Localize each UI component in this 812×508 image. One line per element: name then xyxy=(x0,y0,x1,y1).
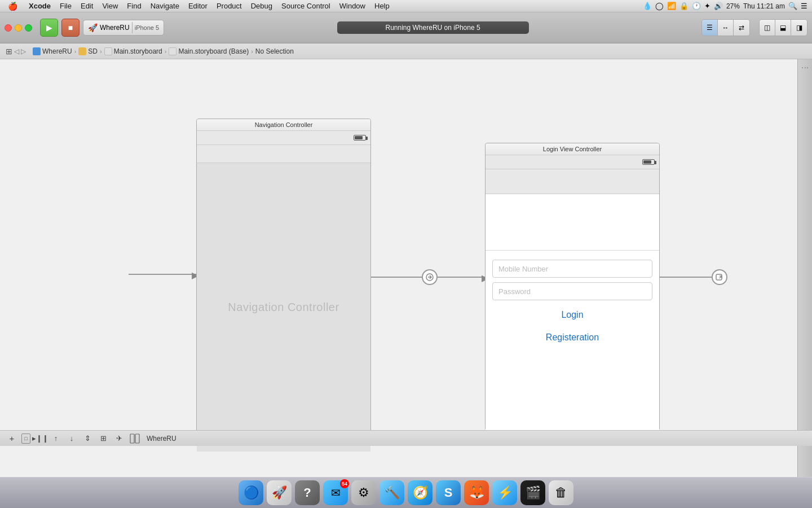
menu-editor[interactable]: Editor xyxy=(185,2,211,10)
clock: Thu 11:21 am xyxy=(743,2,785,10)
project-icon xyxy=(33,47,41,55)
status-bar: Running WhereRU on iPhone 5 xyxy=(167,21,698,34)
login-bottom-content xyxy=(486,357,659,442)
run-button[interactable]: ▶ xyxy=(40,19,58,37)
login-controller-title: Login View Controller xyxy=(486,143,659,155)
maximize-button[interactable] xyxy=(25,24,32,32)
svg-rect-3 xyxy=(135,434,139,443)
scheme-name: WhereRU xyxy=(100,24,130,32)
version-editor-button[interactable]: ⇄ xyxy=(734,20,749,36)
show-navigator-icon[interactable]: ⊞ xyxy=(6,47,12,56)
push-segue-icon xyxy=(712,269,727,285)
storyboard-icon xyxy=(104,47,112,55)
storyboard-base-icon xyxy=(169,47,176,55)
breadcrumb-project[interactable]: WhereRU xyxy=(33,47,72,55)
registration-button[interactable]: Registeration xyxy=(492,327,652,348)
device-name: iPhone 5 xyxy=(135,24,159,31)
menu-source-control[interactable]: Source Control xyxy=(278,2,334,10)
add-button[interactable]: + xyxy=(6,432,18,445)
right-panel-resizer[interactable]: ⋮ xyxy=(797,59,812,477)
menu-debug[interactable]: Debug xyxy=(248,2,276,10)
scheme-selector[interactable]: 🚀 WhereRU iPhone 5 xyxy=(83,20,164,36)
dock-media-player[interactable]: 🎬 xyxy=(520,480,545,505)
nav-controller-label: Navigation Controller xyxy=(228,301,339,314)
breadcrumb-sep-3: › xyxy=(165,48,167,55)
send-button[interactable]: ✈ xyxy=(113,432,125,445)
menu-file[interactable]: File xyxy=(56,2,75,10)
segue-line-2 xyxy=(438,277,486,278)
breadcrumb-sep-4: › xyxy=(251,48,253,55)
navigator-toggle-button[interactable]: ◫ xyxy=(760,20,775,36)
document-icon: □ xyxy=(21,433,30,444)
push-segue-line xyxy=(660,277,716,278)
dock-skype[interactable]: S xyxy=(436,480,461,505)
dropbox-icon: 💧 xyxy=(643,2,652,10)
nav-status-bar xyxy=(197,131,370,145)
spotlight-icon[interactable]: 🔍 xyxy=(788,2,797,10)
menu-xcode[interactable]: Xcode xyxy=(25,2,54,10)
standard-editor-button[interactable]: ☰ xyxy=(702,20,718,36)
menu-view[interactable]: View xyxy=(99,2,121,10)
dock-trash[interactable]: 🗑 xyxy=(549,480,573,505)
window-controls xyxy=(5,24,32,32)
mobile-number-field[interactable]: Mobile Number xyxy=(492,260,652,278)
menu-window[interactable]: Window xyxy=(336,2,369,10)
menu-product[interactable]: Product xyxy=(213,2,245,10)
debug-toggle-button[interactable]: ⬓ xyxy=(775,20,791,36)
menu-find[interactable]: Find xyxy=(123,2,144,10)
dock-firefox[interactable]: 🦊 xyxy=(464,480,489,505)
inspector-toggle-button[interactable]: ◨ xyxy=(791,20,807,36)
svg-rect-2 xyxy=(130,434,134,443)
lock-icon: 🔒 xyxy=(679,2,689,10)
minimize-button[interactable] xyxy=(15,24,22,32)
folder-icon xyxy=(78,47,86,55)
nav-forward-button[interactable]: ▷ xyxy=(21,47,26,55)
dock-system-preferences[interactable]: ⚙ xyxy=(351,480,376,505)
dock-help[interactable]: ? xyxy=(295,480,320,505)
apple-menu[interactable]: 🍎 xyxy=(5,2,21,11)
login-status-bar xyxy=(486,155,659,169)
dock-finder[interactable]: 🔵 xyxy=(239,480,263,505)
dock-safari[interactable]: 🧭 xyxy=(408,480,433,505)
breadcrumb-selection: No Selection xyxy=(255,47,294,55)
control-strip-icon[interactable]: ☰ xyxy=(801,2,807,10)
storyboard-icon-bottom xyxy=(129,432,141,445)
menu-edit[interactable]: Edit xyxy=(77,2,96,10)
filter-button[interactable]: ▸❙❙ xyxy=(34,432,46,445)
dock-xcode[interactable]: 🔨 xyxy=(379,480,404,505)
breadcrumb-bar: ⊞ ◁ ▷ WhereRU › SD › Main.storyboard › M… xyxy=(0,43,812,59)
login-logo-area xyxy=(486,194,659,251)
breadcrumb-storyboard-base[interactable]: Main.storyboard (Base) xyxy=(169,47,249,55)
nav-battery-icon xyxy=(354,135,366,141)
close-button[interactable] xyxy=(5,24,12,32)
menu-help[interactable]: Help xyxy=(371,2,393,10)
breadcrumb-sep-2: › xyxy=(100,48,102,55)
login-form: Mobile Number Password Login Registerati… xyxy=(486,251,659,357)
dock-mail[interactable]: ✉ 54 xyxy=(323,480,348,505)
editor-mode-group: ☰ ↔ ⇄ xyxy=(701,19,750,36)
download-up-button[interactable]: ↑ xyxy=(50,432,62,445)
nav-back-button[interactable]: ◁ xyxy=(14,47,19,55)
canvas-area: ▶ Navigation Controller Navigation Contr… xyxy=(0,59,812,477)
login-view-controller-frame[interactable]: Login View Controller Mobile Number Pass… xyxy=(485,143,660,431)
menu-navigate[interactable]: Navigate xyxy=(147,2,183,10)
dock-instruments[interactable]: ⚡ xyxy=(492,480,517,505)
entry-arrow-line xyxy=(129,274,196,275)
xcode-toolbar: ▶ ■ 🚀 WhereRU iPhone 5 Running WhereRU o… xyxy=(0,12,812,43)
diff-button[interactable]: ⇕ xyxy=(81,432,94,445)
layout-button[interactable]: ⊞ xyxy=(97,432,109,445)
assistant-editor-button[interactable]: ↔ xyxy=(718,20,734,36)
folder-name: SD xyxy=(88,47,98,55)
project-name-label: WhereRU xyxy=(147,435,176,443)
download-down-button[interactable]: ↓ xyxy=(65,432,78,445)
stop-button[interactable]: ■ xyxy=(61,19,80,37)
storyboard-canvas[interactable]: ▶ Navigation Controller Navigation Contr… xyxy=(0,59,812,477)
breadcrumb-folder[interactable]: SD xyxy=(78,47,98,55)
storyboard-name: Main.storyboard xyxy=(114,47,162,55)
login-button[interactable]: Login xyxy=(492,305,652,325)
navigation-controller-frame[interactable]: Navigation Controller Navigation Control… xyxy=(196,119,371,440)
dock-rocket[interactable]: 🚀 xyxy=(267,480,292,505)
segue-line-1 xyxy=(371,277,425,278)
breadcrumb-storyboard[interactable]: Main.storyboard xyxy=(104,47,162,55)
password-field[interactable]: Password xyxy=(492,282,652,300)
